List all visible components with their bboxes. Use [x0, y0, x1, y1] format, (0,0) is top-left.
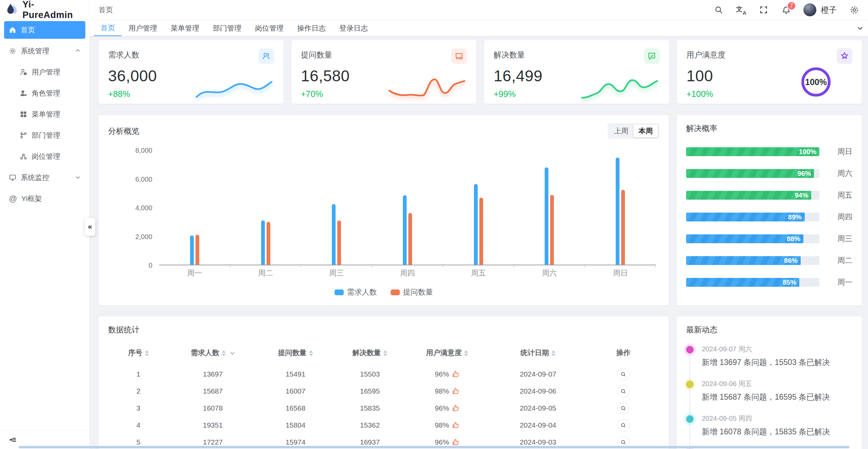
sidebar-item-system[interactable]: 系统管理 [4, 42, 85, 60]
thumb-up-icon [452, 387, 459, 395]
header-actions: 文A 7 橙子 [714, 3, 859, 16]
thumb-up-icon [452, 421, 459, 429]
stat-card-questions: 提问数量 16,580 +70% [291, 40, 476, 104]
sidebar-item-label: 部门管理 [32, 131, 60, 140]
progress-row: 94%周五 [686, 191, 852, 200]
timeline-item: 2024-09-05 周四 新增 16078 条问题，15835 条已解决 [686, 414, 852, 437]
statistics-table: 序号 需求人数 提问数量 解决数量 用户满意度 统计日期 操作 11369 [108, 342, 659, 449]
stat-delta: +99% [494, 89, 543, 99]
sidebar-item-label: 首页 [21, 25, 35, 35]
sidebar-item-role-mgmt[interactable]: 角色管理 [4, 84, 85, 102]
bar-group [585, 150, 656, 265]
tab-user-mgmt[interactable]: 用户管理 [122, 20, 164, 36]
sparkline-orange [387, 73, 467, 103]
bottom-row: 数据统计 序号 需求人数 提问数量 解决数量 用户满意度 统计日期 操作 [99, 316, 862, 449]
view-row-button[interactable] [617, 385, 630, 397]
timeline-dot [686, 346, 694, 353]
tab-op-log[interactable]: 操作日志 [290, 20, 333, 36]
sidebar-item-home[interactable]: 首页 [4, 21, 85, 39]
table-row: 4193511580415362 98% 2024-09-04 [108, 417, 659, 434]
col-header-solved[interactable]: 解决数量 [334, 342, 406, 366]
progress-row: 86%周二 [686, 256, 852, 265]
app-logo-row[interactable]: Yi-PureAdmin [0, 0, 89, 20]
last-week-button[interactable]: 上周 [609, 124, 633, 137]
search-icon[interactable] [714, 5, 724, 15]
bar-group [301, 150, 372, 265]
message-check-icon [644, 48, 660, 64]
stat-card-demand: 需求人数 36,000 +88% [99, 40, 284, 104]
tab-menu-mgmt[interactable]: 菜单管理 [164, 20, 206, 36]
sidebar-item-label: 角色管理 [32, 88, 60, 98]
sidebar-item-menu-mgmt[interactable]: 菜单管理 [4, 105, 85, 123]
settings-gear-icon[interactable] [849, 5, 859, 15]
sidebar-item-user-mgmt[interactable]: 用户管理 [4, 63, 85, 81]
bar-group [230, 150, 301, 265]
stat-value: 100 [686, 67, 713, 85]
tab-bar: 首页 用户管理 菜单管理 部门管理 岗位管理 操作日志 登录日志 [90, 20, 868, 36]
this-week-button[interactable]: 本周 [633, 124, 658, 137]
week-toggle: 上周 本周 [608, 123, 659, 139]
col-header-satisfaction[interactable]: 用户满意度 [406, 342, 488, 366]
main-content: 需求人数 36,000 +88% [90, 36, 868, 449]
translate-icon[interactable]: 文A [736, 5, 746, 15]
home-icon [9, 26, 16, 34]
progress-row: 89%周四 [686, 213, 852, 221]
notification-bell-icon[interactable]: 7 [781, 5, 791, 15]
fullscreen-icon[interactable] [759, 5, 769, 15]
stat-value: 36,000 [108, 67, 157, 85]
middle-row: 分析概览 上周 本周 8,000 6,000 4,000 2,000 0 [99, 115, 862, 305]
legend-questions[interactable]: 提问数量 [391, 287, 433, 297]
horizontal-scrollbar-thumb[interactable] [19, 446, 849, 448]
tab-login-log[interactable]: 登录日志 [333, 20, 375, 36]
col-header-date[interactable]: 统计日期 [488, 342, 588, 366]
tab-dept-mgmt[interactable]: 部门管理 [206, 20, 248, 36]
legend-demand[interactable]: 需求人数 [335, 287, 377, 297]
col-header-questions[interactable]: 提问数量 [257, 342, 334, 366]
sidebar-item-post-mgmt[interactable]: 岗位管理 [4, 148, 85, 165]
chevron-up-icon [75, 47, 81, 55]
stat-value: 16,499 [494, 67, 543, 85]
user-lock-icon [20, 68, 27, 76]
col-header-index[interactable]: 序号 [108, 342, 169, 366]
tab-options-chevron-icon[interactable] [852, 20, 868, 36]
sidebar-item-label: 岗位管理 [32, 152, 60, 161]
thumb-up-icon [452, 370, 459, 378]
progress-row: 85%周一 [686, 278, 852, 287]
chevron-down-icon [75, 173, 81, 182]
tab-post-mgmt[interactable]: 岗位管理 [248, 20, 290, 36]
avatar[interactable] [803, 3, 816, 16]
sidebar-item-label: 系统监控 [21, 173, 49, 182]
panel-title: 分析概览 [108, 126, 139, 136]
sidebar-collapse-button[interactable]: « [85, 218, 95, 236]
bar-group [514, 150, 585, 265]
table-row: 1136971549115503 96% 2024-09-07 [108, 366, 659, 383]
sidebar-item-dept-mgmt[interactable]: 部门管理 [4, 127, 85, 144]
stat-title: 解决数量 [494, 48, 525, 60]
sidebar-item-label: Yi框架 [21, 194, 42, 203]
filter-chevron-icon[interactable] [230, 351, 235, 355]
top-header: 首页 文A 7 橙子 [90, 0, 868, 20]
panel-title: 数据统计 [108, 325, 139, 334]
chart-legend: 需求人数 提问数量 [108, 287, 659, 297]
sidebar-item-monitor[interactable]: 系统监控 [4, 169, 85, 186]
grid-icon [20, 111, 27, 118]
user-group-icon [258, 48, 274, 64]
menu-fold-icon[interactable] [7, 435, 18, 445]
stat-delta: +70% [301, 89, 350, 99]
bar-group [159, 150, 230, 265]
solve-rate-bars: 100%周日 96%周六 94%周五 89%周四 88%周三 86%周二 85%… [686, 147, 852, 287]
solve-rate-card: 解决概率 100%周日 96%周六 94%周五 89%周四 88%周三 86%周… [677, 115, 862, 305]
view-row-button[interactable] [617, 402, 630, 414]
monitor-icon [9, 174, 16, 181]
view-row-button[interactable] [617, 368, 630, 380]
thumb-up-icon [452, 404, 459, 412]
analysis-overview-card: 分析概览 上周 本周 8,000 6,000 4,000 2,000 0 [99, 115, 669, 305]
chat-icon [451, 48, 467, 64]
username[interactable]: 橙子 [821, 5, 837, 15]
view-row-button[interactable] [617, 419, 630, 431]
col-header-demand[interactable]: 需求人数 [169, 342, 257, 366]
app-title: Yi-PureAdmin [22, 0, 84, 20]
tab-home[interactable]: 首页 [94, 20, 122, 36]
sidebar-item-yi-framework[interactable]: @ Yi框架 [4, 190, 85, 207]
panel-title: 最新动态 [686, 325, 717, 334]
